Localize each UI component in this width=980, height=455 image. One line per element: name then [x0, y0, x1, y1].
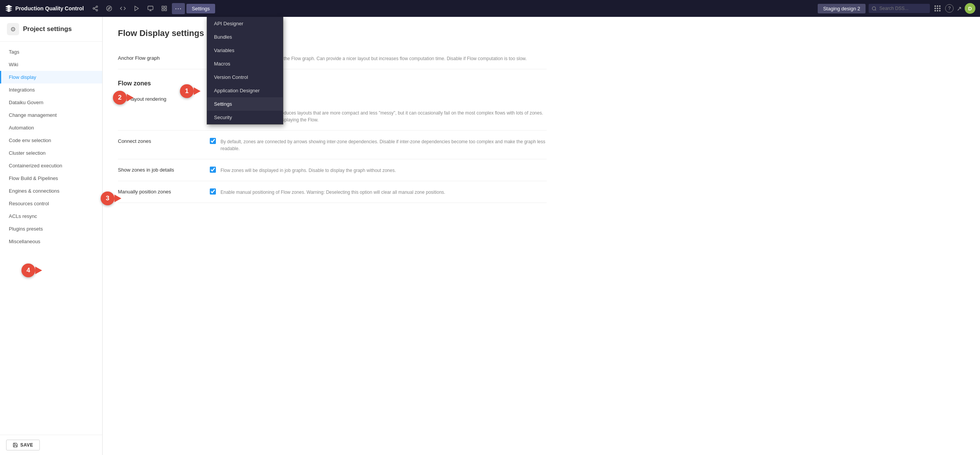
flow-zones-title: Flow zones	[118, 80, 547, 87]
svg-marker-6	[108, 7, 110, 10]
svg-line-3	[95, 9, 96, 10]
dropdown-item-version-control[interactable]: Version Control	[207, 70, 283, 84]
show-zones-row: Show zones in job details Flow zones wil…	[118, 159, 547, 181]
sidebar-footer: SAVE	[0, 435, 102, 455]
grid-icon-btn[interactable]	[158, 4, 170, 13]
content-inner: Flow Display settings Anchor Flow graph …	[103, 17, 562, 214]
sidebar-item-plugins-presets[interactable]: Plugins presets	[0, 223, 102, 235]
save-button[interactable]: SAVE	[6, 440, 40, 450]
dropdown-item-api-designer[interactable]: API Designer	[207, 17, 283, 30]
manually-position-zones-checkbox[interactable]	[210, 188, 216, 195]
app-logo[interactable]: Production Quality Control	[5, 4, 84, 13]
sidebar-title: Project settings	[23, 25, 72, 33]
save-label: SAVE	[20, 442, 33, 448]
manually-position-zones-row: Manually position zones Enable manual po…	[118, 181, 547, 203]
help-icon[interactable]: ?	[945, 4, 954, 13]
connect-zones-row: Connect zones By default, zones are conn…	[118, 131, 547, 159]
svg-point-13	[872, 7, 876, 10]
sidebar-item-integrations[interactable]: Integrations	[0, 83, 102, 96]
search-icon	[872, 6, 877, 11]
anchor-flow-graph-label: Anchor Flow graph	[118, 54, 202, 61]
settings-gear-icon: ⚙	[7, 23, 19, 35]
settings-dropdown-menu: API Designer Bundles Variables Macros Ve…	[207, 17, 283, 124]
share-icon-btn[interactable]	[89, 4, 101, 13]
svg-point-2	[96, 10, 98, 11]
deploy-icon-btn[interactable]	[144, 4, 157, 13]
sidebar-item-cluster-selection[interactable]: Cluster selection	[0, 147, 102, 159]
code-icon-btn[interactable]	[117, 4, 129, 13]
sidebar: ⚙ Project settings Tags Wiki Flow displa…	[0, 17, 103, 455]
external-link-icon[interactable]: ↗	[957, 5, 962, 12]
sidebar-item-change-management[interactable]: Change management	[0, 109, 102, 121]
sidebar-item-flow-build-pipelines[interactable]: Flow Build & Pipelines	[0, 172, 102, 185]
nav-right: Staging design 2 ? ↗ D	[818, 3, 975, 14]
svg-rect-9	[162, 6, 164, 8]
sidebar-item-wiki[interactable]: Wiki	[0, 58, 102, 71]
play-icon-btn[interactable]	[131, 4, 143, 13]
sidebar-item-resources-control[interactable]: Resources control	[0, 197, 102, 210]
dropdown-item-macros[interactable]: Macros	[207, 57, 283, 70]
sidebar-item-engines-connections[interactable]: Engines & connections	[0, 185, 102, 197]
connect-zones-desc: By default, zones are connected by arrow…	[220, 138, 547, 152]
zone-layout-row: Zone layout rendering Standard New rank …	[118, 88, 547, 131]
svg-rect-12	[165, 9, 167, 11]
dropdown-item-settings[interactable]: Settings	[207, 97, 283, 111]
manually-position-zones-label: Manually position zones	[118, 188, 202, 195]
top-nav: Production Quality Control ··· Settings …	[0, 0, 980, 17]
svg-line-4	[95, 7, 96, 8]
svg-point-1	[93, 8, 95, 9]
sidebar-item-automation[interactable]: Automation	[0, 121, 102, 134]
dropdown-item-variables[interactable]: Variables	[207, 44, 283, 57]
page-layout: ⚙ Project settings Tags Wiki Flow displa…	[0, 17, 980, 455]
svg-line-14	[875, 10, 876, 10]
project-title: Production Quality Control	[15, 5, 84, 11]
search-wrap	[869, 4, 930, 13]
user-avatar[interactable]: D	[965, 3, 975, 14]
sidebar-item-flow-display[interactable]: Flow display	[0, 71, 102, 83]
svg-rect-8	[148, 6, 153, 10]
connect-zones-label: Connect zones	[118, 137, 202, 144]
show-zones-label: Show zones in job details	[118, 166, 202, 173]
svg-marker-7	[135, 6, 138, 11]
connect-zones-control: By default, zones are connected by arrow…	[210, 137, 547, 152]
sidebar-item-dataiku-govern[interactable]: Dataiku Govern	[0, 96, 102, 109]
svg-point-0	[96, 6, 98, 7]
manually-position-zones-desc: Enable manual positioning of Flow zones.…	[220, 189, 445, 196]
sidebar-header: ⚙ Project settings	[0, 17, 102, 42]
svg-point-5	[106, 6, 111, 11]
dropdown-item-application-designer[interactable]: Application Designer	[207, 84, 283, 97]
page-title: Flow Display settings	[118, 28, 547, 38]
sidebar-item-miscellaneous[interactable]: Miscellaneous	[0, 235, 102, 248]
sidebar-item-acls-resync[interactable]: ACLs resync	[0, 210, 102, 223]
save-icon	[13, 442, 18, 448]
sidebar-item-tags[interactable]: Tags	[0, 46, 102, 58]
dropdown-item-security[interactable]: Security	[207, 111, 283, 124]
svg-rect-10	[165, 6, 167, 8]
staging-btn[interactable]: Staging design 2	[818, 4, 866, 13]
dropdown-item-bundles[interactable]: Bundles	[207, 30, 283, 44]
manually-position-zones-control: Enable manual positioning of Flow zones.…	[210, 188, 547, 196]
sidebar-item-containerized-execution[interactable]: Containerized execution	[0, 159, 102, 172]
search-input[interactable]	[869, 4, 930, 13]
sidebar-item-code-env-selection[interactable]: Code env selection	[0, 134, 102, 147]
settings-nav-btn[interactable]: Settings	[186, 4, 215, 13]
anchor-flow-graph-row: Anchor Flow graph Anchors the left (resp…	[118, 47, 547, 69]
more-icon-btn[interactable]: ···	[172, 3, 185, 14]
show-zones-desc: Flow zones will be displayed in job grap…	[220, 167, 396, 174]
zone-layout-label: Zone layout rendering	[118, 95, 202, 102]
apps-grid-icon[interactable]	[933, 4, 942, 13]
svg-rect-11	[162, 9, 164, 11]
compass-icon-btn[interactable]	[103, 4, 115, 13]
show-zones-checkbox[interactable]	[210, 167, 216, 173]
connect-zones-checkbox[interactable]	[210, 138, 216, 144]
show-zones-control: Flow zones will be displayed in job grap…	[210, 166, 547, 174]
sidebar-nav: Tags Wiki Flow display Integrations Data…	[0, 42, 102, 435]
